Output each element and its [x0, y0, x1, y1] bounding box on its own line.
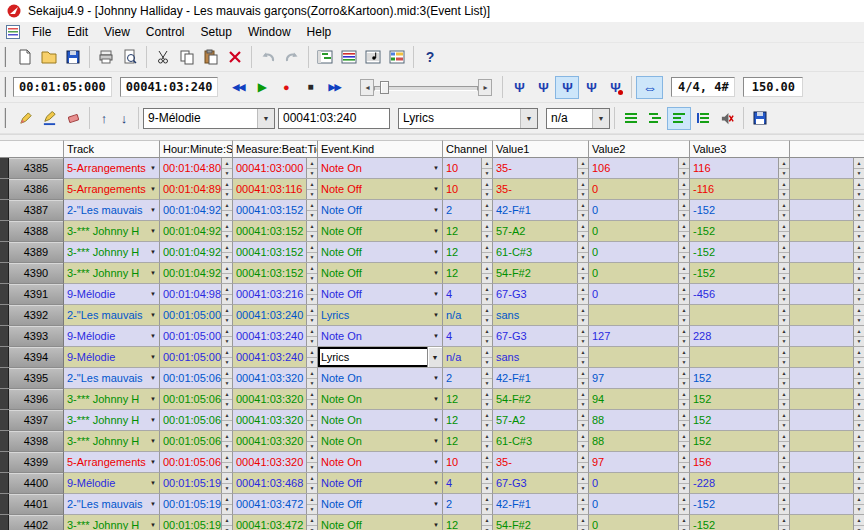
spinner[interactable]: ▲▼ [306, 200, 317, 220]
dropdown-arrow-icon[interactable]: ▼ [147, 158, 159, 178]
event-kind-cell[interactable]: Note Off▼ [318, 179, 443, 200]
value2-cell[interactable]: ▲▼ [589, 347, 690, 368]
dropdown-arrow-icon[interactable]: ▼ [430, 368, 442, 388]
track-cell[interactable]: 9-Mélodie▼ [64, 326, 160, 347]
spinner[interactable]: ▲▼ [853, 179, 864, 199]
measure-cell[interactable]: 00041:03:240▲▼ [233, 305, 318, 326]
spinner[interactable]: ▲▼ [481, 221, 492, 241]
spinner[interactable]: ▲▼ [306, 410, 317, 430]
menu-control[interactable]: Control [138, 23, 193, 41]
menu-help[interactable]: Help [299, 23, 340, 41]
dropdown-arrow-icon[interactable]: ▼ [427, 347, 442, 367]
spinner[interactable]: ▲▼ [481, 515, 492, 530]
dropdown-arrow-icon[interactable]: ▼ [147, 179, 159, 199]
value1-cell[interactable]: sans▲▼ [493, 347, 589, 368]
value1-cell[interactable]: 57-A2▲▼ [493, 410, 589, 431]
paste-button[interactable] [199, 46, 223, 69]
time-cell[interactable]: 00:01:05:000▲▼ [160, 347, 233, 368]
track-cell[interactable]: 3-*** Johnny H▼ [64, 263, 160, 284]
row-number-cell[interactable]: 4397 [0, 410, 64, 431]
redo-button[interactable] [280, 46, 304, 69]
spinner[interactable]: ▲▼ [778, 410, 789, 430]
track-cell[interactable]: 3-*** Johnny H▼ [64, 515, 160, 530]
spinner[interactable]: ▲▼ [778, 242, 789, 262]
track-cell[interactable]: 2-"Les mauvais▼ [64, 494, 160, 515]
value3-cell[interactable]: 152▲▼ [690, 410, 790, 431]
track-cell[interactable]: 3-*** Johnny H▼ [64, 389, 160, 410]
value3-cell[interactable]: -152▲▼ [690, 494, 790, 515]
dropdown-arrow-icon[interactable]: ▼ [147, 221, 159, 241]
event-kind-cell[interactable]: Note On▼ [318, 326, 443, 347]
track-cell[interactable]: 9-Mélodie▼ [64, 473, 160, 494]
event-kind-cell[interactable]: Lyrics▼ [318, 347, 443, 368]
channel-cell[interactable]: 12▲▼ [443, 242, 493, 263]
extra-cell[interactable]: ▲▼ [790, 347, 864, 368]
value2-cell[interactable]: 0▲▼ [589, 179, 690, 200]
staff-view-button[interactable] [361, 46, 385, 69]
midi-toggle-button-1[interactable]: Ψ [507, 76, 531, 99]
spinner[interactable]: ▲▼ [678, 452, 689, 472]
spinner[interactable]: ▲▼ [853, 305, 864, 325]
row-number-cell[interactable]: 4392 [0, 305, 64, 326]
spinner[interactable]: ▲▼ [853, 284, 864, 304]
track-select-combo[interactable]: 9-Mélodie ▼ [143, 108, 275, 129]
spinner[interactable]: ▲▼ [481, 263, 492, 283]
row-number-cell[interactable]: 4395 [0, 368, 64, 389]
spinner[interactable]: ▲▼ [778, 473, 789, 493]
event-kind-cell[interactable]: Lyrics▼ [318, 305, 443, 326]
dropdown-arrow-icon[interactable]: ▼ [430, 431, 442, 451]
value2-cell[interactable]: 0▲▼ [589, 242, 690, 263]
spinner[interactable]: ▲▼ [678, 284, 689, 304]
dropdown-arrow-icon[interactable]: ▼ [147, 515, 159, 530]
event-kind-cell[interactable]: Note On▼ [318, 368, 443, 389]
event-kind-cell[interactable]: Note On▼ [318, 158, 443, 179]
extra-cell[interactable]: ▲▼ [790, 158, 864, 179]
value1-cell[interactable]: 61-C#3▲▼ [493, 242, 589, 263]
event-kind-cell[interactable]: Note On▼ [318, 389, 443, 410]
spinner[interactable]: ▲▼ [306, 158, 317, 178]
value3-cell[interactable]: -152▲▼ [690, 242, 790, 263]
measure-cell[interactable]: 00041:03:320▲▼ [233, 389, 318, 410]
forward-button[interactable]: ▶▶ [322, 76, 346, 99]
toolbar-gripper[interactable] [4, 108, 8, 128]
cut-button[interactable] [151, 46, 175, 69]
track-cell[interactable]: 5-Arrangements▼ [64, 452, 160, 473]
chevron-down-icon[interactable]: ▼ [520, 109, 537, 128]
dropdown-arrow-icon[interactable]: ▼ [147, 326, 159, 346]
value3-cell[interactable]: -152▲▼ [690, 221, 790, 242]
auto-scroll-button[interactable]: ⇔ [636, 76, 663, 99]
chevron-down-icon[interactable]: ▼ [592, 109, 609, 128]
stop-button[interactable]: ■ [298, 76, 322, 99]
pen2-tool-button[interactable] [37, 107, 61, 130]
track-cell[interactable]: 5-Arrangements▼ [64, 179, 160, 200]
time-cell[interactable]: 00:01:05:066▲▼ [160, 431, 233, 452]
spinner[interactable]: ▲▼ [678, 242, 689, 262]
spinner[interactable]: ▲▼ [306, 326, 317, 346]
eraser-tool-button[interactable] [61, 107, 85, 130]
spinner[interactable]: ▲▼ [778, 179, 789, 199]
measure-cell[interactable]: 00041:03:152▲▼ [233, 242, 318, 263]
spinner[interactable]: ▲▼ [221, 431, 232, 451]
row-number-cell[interactable]: 4389 [0, 242, 64, 263]
spinner[interactable]: ▲▼ [481, 368, 492, 388]
measure-cell[interactable]: 00041:03:000▲▼ [233, 158, 318, 179]
value3-cell[interactable]: -228▲▼ [690, 473, 790, 494]
spinner[interactable]: ▲▼ [481, 326, 492, 346]
slider-right-button[interactable]: ▸ [478, 79, 492, 96]
spinner[interactable]: ▲▼ [481, 494, 492, 514]
tracklist-view-button[interactable] [385, 46, 409, 69]
spinner[interactable]: ▲▼ [221, 347, 232, 367]
spinner[interactable]: ▲▼ [778, 452, 789, 472]
track-cell[interactable]: 3-*** Johnny H▼ [64, 431, 160, 452]
dropdown-arrow-icon[interactable]: ▼ [430, 221, 442, 241]
channel-cell[interactable]: 2▲▼ [443, 368, 493, 389]
value3-cell[interactable]: 152▲▼ [690, 431, 790, 452]
row-number-cell[interactable]: 4388 [0, 221, 64, 242]
measure-cell[interactable]: 00041:03:240▲▼ [233, 347, 318, 368]
row-number-cell[interactable]: 4387 [0, 200, 64, 221]
spinner[interactable]: ▲▼ [778, 158, 789, 178]
spinner[interactable]: ▲▼ [221, 368, 232, 388]
menu-window[interactable]: Window [240, 23, 299, 41]
value1-cell[interactable]: 35-▲▼ [493, 158, 589, 179]
value3-cell[interactable]: -456▲▼ [690, 284, 790, 305]
